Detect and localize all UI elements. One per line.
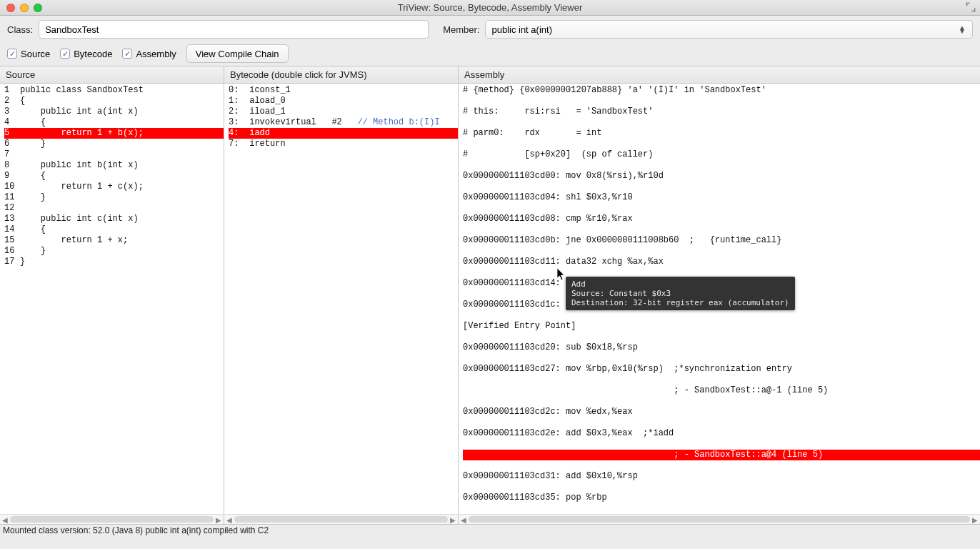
assembly-line[interactable]: [Verified Entry Point] [463,321,980,332]
assembly-line[interactable]: 0x000000011103cd11: data32 xchg %ax,%ax [463,257,980,267]
assembly-line[interactable]: ; - SandboxTest::a@4 (line 5) [463,450,980,460]
scroll-right-icon[interactable]: ▶ [970,515,980,525]
assembly-scrollbar[interactable]: ◀▶ [459,514,980,524]
source-line[interactable]: 13 public int c(int x) [4,214,224,224]
bytecode-line[interactable]: 3: invokevirtual #2 // Method b:(I)I [229,117,458,128]
assembly-pane-header: Assembly [459,66,980,84]
toolbar: Class: Member: public int a(int) ▲▼ ✓Sou… [0,16,980,66]
assembly-line[interactable]: # [sp+0x20] (sp of caller) [463,149,980,160]
assembly-line[interactable]: ; - SandboxTest::a@-1 (line 5) [463,385,980,396]
source-line[interactable]: 6 } [4,139,224,149]
bytecode-pane-header: Bytecode (double click for JVMS) [224,66,458,84]
bytecode-line[interactable]: 0: iconst_1 [229,85,458,96]
checkbox-bytecode[interactable]: ✓Bytecode [60,49,112,59]
bytecode-pane-body[interactable]: 0: iconst_11: aload_02: iload_13: invoke… [224,84,458,514]
source-line[interactable]: 7 [4,149,224,160]
source-line[interactable]: 10 return 1 + c(x); [4,182,224,192]
source-pane: Source 1public class SandboxTest2{3 publ… [0,66,224,524]
minimize-icon[interactable] [20,4,29,12]
assembly-pane-body[interactable]: # {method} {0x00000001207ab888} 'a' '(I)… [459,84,980,514]
close-icon[interactable] [6,4,15,12]
assembly-line[interactable]: 0x000000011103cd04: shl $0x3,%r10 [463,192,980,203]
chevron-updown-icon: ▲▼ [958,26,966,33]
member-label: Member: [443,24,479,35]
source-line[interactable]: 4 { [4,117,224,128]
assembly-line[interactable]: # this: rsi:rsi = 'SandboxTest' [463,107,980,117]
source-line[interactable]: 15 return 1 + x; [4,235,224,246]
source-line[interactable]: 2{ [4,96,224,107]
bytecode-pane: Bytecode (double click for JVMS) 0: icon… [224,66,459,524]
assembly-line[interactable]: 0x000000011103cd35: pop %rbp [463,493,980,503]
scroll-left-icon[interactable]: ◀ [0,515,10,525]
assembly-line[interactable]: 0x000000011103cd08: cmp %r10,%rax [463,214,980,224]
source-line[interactable]: 14 { [4,224,224,235]
scroll-left-icon[interactable]: ◀ [224,515,234,525]
check-icon: ✓ [7,49,17,59]
bytecode-line[interactable]: 2: iload_1 [229,107,458,117]
class-input[interactable] [39,20,429,39]
assembly-line[interactable]: 0x000000011103cd20: sub $0x18,%rsp [463,342,980,353]
source-line[interactable]: 1public class SandboxTest [4,85,224,96]
source-line[interactable]: 8 public int b(int x) [4,160,224,171]
bytecode-line[interactable]: 7: ireturn [229,139,458,149]
source-scrollbar[interactable]: ◀▶ [0,514,224,524]
source-line[interactable]: 17} [4,257,224,267]
bytecode-scrollbar[interactable]: ◀▶ [224,514,458,524]
source-pane-body[interactable]: 1public class SandboxTest2{3 public int … [0,84,224,514]
scroll-right-icon[interactable]: ▶ [214,515,224,525]
assembly-line[interactable]: 0x000000011103cd31: add $0x10,%rsp [463,471,980,482]
window-titlebar: TriView: Source, Bytecode, Assembly View… [0,0,980,16]
member-select-value: public int a(int) [491,24,552,35]
source-line[interactable]: 11 } [4,192,224,203]
member-select[interactable]: public int a(int) ▲▼ [485,20,973,39]
assembly-line[interactable]: 0x000000011103cd0b: jne 0x0000000111008b… [463,235,980,246]
bytecode-line[interactable]: 1: aload_0 [229,96,458,107]
fullscreen-icon[interactable] [966,2,976,12]
scroll-right-icon[interactable]: ▶ [448,515,458,525]
window-controls [0,4,42,12]
checkbox-assembly[interactable]: ✓Assembly [122,49,176,59]
view-compile-chain-button[interactable]: View Compile Chain [186,44,289,63]
source-line[interactable]: 12 [4,203,224,214]
panes: Source 1public class SandboxTest2{3 publ… [0,66,980,524]
check-icon: ✓ [122,49,132,59]
checkbox-source[interactable]: ✓Source [7,49,50,59]
check-icon: ✓ [60,49,70,59]
assembly-pane: Assembly # {method} {0x00000001207ab888}… [459,66,980,524]
scroll-left-icon[interactable]: ◀ [459,515,469,525]
assembly-line[interactable]: 0x000000011103cd2e: add $0x3,%eax ;*iadd [463,428,980,439]
assembly-line[interactable]: 0x000000011103cd2c: mov %edx,%eax [463,407,980,417]
zoom-icon[interactable] [34,4,42,12]
status-bar: Mounted class version: 52.0 (Java 8) pub… [0,524,980,537]
window-title: TriView: Source, Bytecode, Assembly View… [0,2,980,13]
source-line[interactable]: 3 public int a(int x) [4,107,224,117]
source-line[interactable]: 9 { [4,171,224,182]
source-pane-header: Source [0,66,224,84]
assembly-line[interactable]: 0x000000011103cd00: mov 0x8(%rsi),%r10d [463,171,980,182]
class-label: Class: [7,24,33,35]
bytecode-line[interactable]: 4: iadd [229,128,458,139]
assembly-line[interactable]: # parm0: rdx = int [463,128,980,139]
source-line[interactable]: 16 } [4,246,224,257]
source-line[interactable]: 5 return 1 + b(x); [4,128,224,139]
assembly-line[interactable]: 0x000000011103cd27: mov %rbp,0x10(%rsp) … [463,364,980,375]
instruction-tooltip: Add Source: Constant $0x3 Destination: 3… [566,277,795,310]
assembly-line[interactable]: # {method} {0x00000001207ab888} 'a' '(I)… [463,85,980,96]
